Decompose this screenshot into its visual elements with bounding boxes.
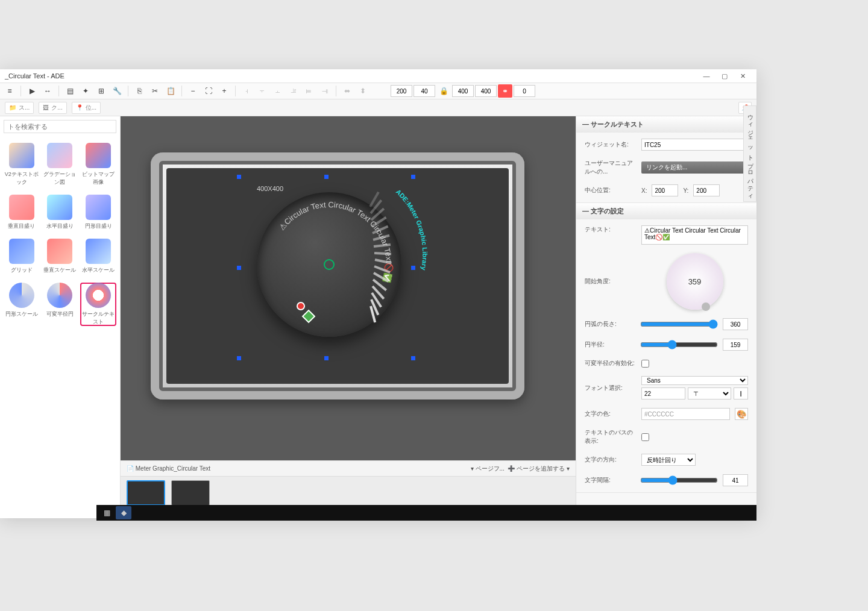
widget-icon [9, 143, 34, 168]
align-top-icon[interactable]: ⫡ [286, 84, 301, 98]
widget-item-ビットマップ画像[interactable]: ビットマップ画像 [80, 143, 116, 186]
widget-item-V2テキストボック[interactable]: V2テキストボック [4, 143, 40, 186]
widget-icon [86, 283, 111, 308]
sub-tool-2[interactable]: 🖼 ク... [39, 102, 66, 114]
text-input[interactable]: ⚠Circular Text Circular Text Circular Te… [641, 225, 748, 245]
font-select[interactable]: Sans [641, 376, 748, 385]
align-bot-icon[interactable]: ⫣ [318, 84, 332, 98]
font-label: フォント選択: [585, 384, 637, 392]
widget-item-円形スケール[interactable]: 円形スケール [4, 283, 40, 326]
main-area: V2テキストボックグラデーション図ビットマップ画像垂直目盛り水平目盛り円形目盛り… [0, 116, 756, 518]
cut-icon[interactable]: ✂ [148, 84, 162, 98]
center-x-input[interactable] [652, 184, 678, 196]
align-center-icon[interactable]: ⫟ [255, 84, 269, 98]
section-header-text[interactable]: — 文字の設定 [576, 203, 756, 219]
play-icon[interactable]: ▶ [25, 84, 39, 98]
pos-y-input[interactable] [414, 85, 435, 97]
text-label: テキスト: [585, 225, 637, 234]
os-taskbar: ▦ ◆ [96, 505, 756, 521]
spacing-slider[interactable] [640, 475, 718, 485]
page-filter-button[interactable]: ▾ ページフ... [471, 465, 505, 473]
widget-name-label: ウィジェット名: [585, 140, 637, 149]
sub-tool-1[interactable]: 📁 ス... [5, 102, 34, 114]
spacing-value[interactable] [723, 474, 748, 486]
widget-label: ビットマップ画像 [80, 171, 116, 186]
puzzle-icon[interactable]: ✦ [78, 84, 93, 98]
dist-h-icon[interactable]: ⬌ [340, 84, 354, 98]
show-path-label: テキストのパスの表示: [585, 428, 637, 445]
widget-icon [47, 239, 72, 264]
zoom-out-icon[interactable]: − [186, 84, 200, 98]
widget-label: 垂直目盛り [4, 222, 40, 230]
svg-text:ADE:Meter Graphic Library: ADE:Meter Graphic Library [395, 188, 429, 271]
italic-button[interactable]: I [734, 387, 748, 400]
widget-label: 円形スケール [4, 310, 40, 318]
arc-length-label: 円弧の長さ: [585, 320, 635, 328]
align-right-icon[interactable]: ⫠ [271, 84, 285, 98]
wrench-icon[interactable]: 🔧 [110, 84, 124, 98]
angle-dial[interactable]: 359 [667, 253, 723, 310]
launch-link-button[interactable]: リンクを起動... [641, 161, 748, 174]
rotation-input[interactable] [514, 85, 535, 97]
add-page-button[interactable]: ➕ ページを追加する ▾ [508, 465, 570, 473]
var-radius-checkbox[interactable] [641, 360, 649, 368]
widget-label: グリッド [4, 266, 40, 274]
direction-select[interactable]: 反時計回り [641, 454, 696, 466]
dist-v-icon[interactable]: ⬍ [356, 84, 370, 98]
radius-slider[interactable] [640, 340, 718, 349]
canvas-viewport[interactable]: 400X400 [121, 116, 576, 460]
widget-label: 水平スケール [80, 266, 116, 274]
maximize-button[interactable]: ▢ [715, 72, 734, 80]
circular-text-widget[interactable]: ⚠Circular Text Circular Text Circular Te… [257, 192, 401, 337]
section-header-widget[interactable]: — サークルテキスト [576, 116, 756, 133]
widget-item-垂直スケール[interactable]: 垂直スケール [42, 239, 78, 274]
widget-item-垂直目盛り[interactable]: 垂直目盛り [4, 195, 40, 230]
zoom-in-icon[interactable]: + [217, 84, 231, 98]
font-size-input[interactable] [641, 387, 685, 400]
widget-item-水平スケール[interactable]: 水平スケール [80, 239, 116, 274]
manual-link-label: ユーザーマニュアルへの... [585, 159, 637, 176]
properties-side-tab[interactable]: ウィジェットプロパティ [743, 105, 756, 202]
pos-x-input[interactable] [391, 85, 412, 97]
arc-length-value[interactable] [723, 318, 748, 330]
sub-tool-3[interactable]: 📍 位... [72, 102, 101, 114]
show-path-checkbox[interactable] [641, 433, 649, 441]
widget-search-input[interactable] [4, 120, 116, 133]
width-input[interactable] [452, 85, 474, 97]
align-mid-icon[interactable]: ⫢ [302, 84, 316, 98]
link-icon[interactable]: ⚭ [498, 84, 512, 98]
font-weight-select[interactable]: ⊤ [688, 387, 732, 400]
taskbar-app-1[interactable]: ▦ [99, 506, 115, 519]
widget-item-グリッド[interactable]: グリッド [4, 239, 40, 274]
paste-icon[interactable]: 📋 [163, 84, 178, 98]
widget-item-円形目盛り[interactable]: 円形目盛り [80, 195, 116, 230]
align-left-icon[interactable]: ⫞ [239, 84, 254, 98]
start-angle-label: 開始角度: [585, 277, 637, 286]
menu-icon[interactable]: ≡ [2, 84, 17, 98]
close-button[interactable]: ✕ [734, 72, 752, 80]
layers-icon[interactable]: ▤ [63, 84, 77, 98]
widget-item-水平目盛り[interactable]: 水平目盛り [42, 195, 78, 230]
sub-toolbar: 📁 ス... 🖼 ク... 📍 位... 📌 [0, 99, 756, 116]
widget-icon [9, 195, 34, 220]
widget-icon [86, 239, 111, 264]
widget-label: グラデーション図 [42, 171, 78, 186]
arc-length-slider[interactable] [640, 319, 718, 329]
minimize-button[interactable]: — [697, 72, 715, 80]
text-color-value: #CCCCCC [641, 408, 730, 420]
taskbar-app-2[interactable]: ◆ [116, 506, 131, 519]
widget-label: サークルテキスト [80, 310, 116, 326]
resize-icon[interactable]: ↔ [40, 84, 55, 98]
widget-item-グラデーション図[interactable]: グラデーション図 [42, 143, 78, 186]
grid-icon[interactable]: ⊞ [94, 84, 108, 98]
center-y-input[interactable] [693, 184, 720, 196]
color-picker-button[interactable]: 🎨 [735, 408, 748, 420]
widget-item-サークルテキスト[interactable]: サークルテキスト [80, 283, 116, 326]
copy-icon[interactable]: ⎘ [132, 84, 146, 98]
height-input[interactable] [475, 85, 497, 97]
radius-value[interactable] [723, 339, 748, 351]
widget-name-input[interactable] [641, 139, 748, 151]
zoom-fit-icon[interactable]: ⛶ [201, 84, 216, 98]
lock-icon[interactable]: 🔒 [436, 84, 451, 98]
widget-item-可変半径円[interactable]: 可変半径円 [42, 283, 78, 326]
